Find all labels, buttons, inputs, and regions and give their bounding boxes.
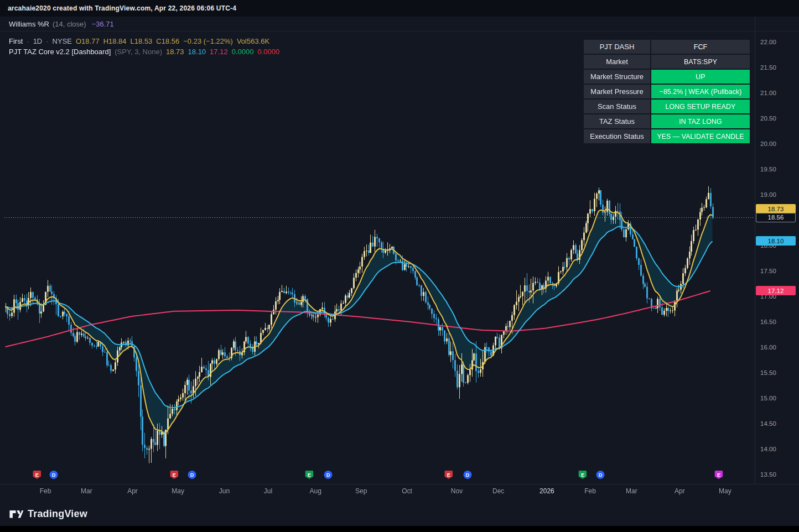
ohlc-high: H18.84 bbox=[103, 37, 127, 45]
williams-r-params: (14, close) bbox=[53, 20, 86, 28]
symbol-title[interactable]: First bbox=[9, 37, 23, 45]
time-axis-label: Feb bbox=[584, 487, 596, 495]
time-axis-label: Dec bbox=[492, 487, 504, 495]
ohlc-open: O18.77 bbox=[76, 37, 100, 45]
dash-taz-value: IN TAZ LONG bbox=[651, 114, 750, 129]
dash-row-market-structure: Market Structure UP bbox=[583, 69, 750, 84]
dash-row-header: PJT DASH FCF bbox=[583, 39, 750, 54]
dash-execution-value: YES — VALIDATE CANDLE bbox=[651, 129, 750, 144]
dividend-badge[interactable]: D bbox=[50, 471, 58, 479]
dash-structure-label: Market Structure bbox=[583, 69, 651, 84]
time-axis-label: Oct bbox=[402, 487, 412, 495]
time-axis-label: Apr bbox=[127, 487, 138, 495]
time-axis-label: Nov bbox=[451, 487, 463, 495]
attribution-text: arcahaie2020 created with TradingView.co… bbox=[8, 4, 236, 12]
dash-pressure-label: Market Pressure bbox=[583, 84, 651, 99]
ohlc-low: L18.53 bbox=[131, 37, 153, 45]
time-axis-label: Feb bbox=[40, 487, 51, 495]
dash-row-execution-status: Execution Status YES — VALIDATE CANDLE bbox=[583, 129, 750, 144]
dash-structure-value: UP bbox=[651, 69, 750, 84]
dash-row-taz-status: TAZ Status IN TAZ LONG bbox=[583, 114, 750, 129]
time-axis-label: May bbox=[172, 487, 184, 495]
indicator-params: (SPY, 3, None) bbox=[115, 48, 162, 56]
tradingview-chart-screenshot: arcahaie2020 created with TradingView.co… bbox=[0, 0, 799, 532]
time-axis-label: 2026 bbox=[539, 487, 554, 495]
indicator-value-mid: 18.10 bbox=[188, 48, 206, 56]
indicator-title[interactable]: PJT TAZ Core v2.2 [Dashboard] bbox=[9, 48, 111, 56]
dash-row-market-pressure: Market Pressure −85.2% | WEAK (Pullback) bbox=[583, 84, 750, 99]
time-axis-label: Jun bbox=[219, 487, 230, 495]
dash-row-scan-status: Scan Status LONG SETUP READY bbox=[583, 99, 750, 114]
separator-dot: · bbox=[27, 37, 29, 45]
dash-pressure-value: −85.2% | WEAK (Pullback) bbox=[651, 84, 750, 99]
exchange-label: NYSE bbox=[53, 37, 72, 45]
williams-r-value: −36.71 bbox=[92, 20, 114, 28]
indicator-value-4: 0.0000 bbox=[232, 48, 254, 56]
tradingview-brand[interactable]: TradingView bbox=[9, 507, 87, 521]
dash-header-value: FCF bbox=[651, 39, 750, 54]
indicator-value-slow: 17.12 bbox=[210, 48, 228, 56]
time-axis-label: Apr bbox=[675, 487, 685, 495]
change-value: −0.23 (−1.22%) bbox=[183, 37, 233, 45]
dash-scan-value: LONG SETUP READY bbox=[651, 99, 750, 114]
time-axis-divider bbox=[0, 484, 799, 484]
indicator-value-fast: 18.73 bbox=[166, 48, 184, 56]
indicator-value-5: 0.0000 bbox=[257, 48, 279, 56]
time-axis-label: Jul bbox=[264, 487, 272, 495]
dash-market-value: BATS:SPY bbox=[651, 54, 750, 69]
separator-dot: · bbox=[46, 37, 48, 45]
dividend-badge[interactable]: D bbox=[463, 471, 471, 479]
time-axis-label: Mar bbox=[626, 487, 637, 495]
chart-legend: First · 1D · NYSE O18.77 H18.84 L18.53 C… bbox=[9, 37, 279, 57]
time-axis-label: Sep bbox=[355, 487, 367, 495]
dividend-badge[interactable]: D bbox=[596, 471, 605, 479]
dash-market-label: Market bbox=[583, 54, 651, 69]
dash-header-label: PJT DASH bbox=[583, 39, 651, 54]
time-axis-label: May bbox=[719, 487, 731, 495]
interval-label[interactable]: 1D bbox=[33, 37, 43, 45]
dash-scan-label: Scan Status bbox=[583, 99, 651, 114]
price-label-chip: 17.12 bbox=[756, 286, 796, 295]
price-label-chip: 18.73 bbox=[756, 204, 796, 213]
time-axis-label: Aug bbox=[310, 487, 321, 495]
price-label-chip: 18.10 bbox=[756, 236, 796, 246]
dividend-badge[interactable]: D bbox=[188, 471, 196, 479]
price-axis-divider bbox=[755, 17, 755, 484]
price-label-chip: 18.56 bbox=[756, 213, 796, 222]
williams-r-title[interactable]: Williams %R bbox=[9, 20, 49, 28]
attribution-bar: arcahaie2020 created with TradingView.co… bbox=[0, 0, 799, 17]
tradingview-logo-icon bbox=[9, 507, 23, 521]
time-axis-label: Mar bbox=[81, 487, 92, 495]
williams-r-pane-legend: Williams %R (14, close) −36.71 bbox=[0, 17, 799, 32]
symbol-legend-row: First · 1D · NYSE O18.77 H18.84 L18.53 C… bbox=[9, 37, 279, 46]
dash-taz-label: TAZ Status bbox=[583, 114, 651, 129]
ohlc-close: C18.56 bbox=[156, 37, 179, 45]
bottom-black-strip bbox=[0, 526, 799, 532]
indicator-legend-row: PJT TAZ Core v2.2 [Dashboard] (SPY, 3, N… bbox=[9, 48, 279, 57]
dividend-badge[interactable]: D bbox=[324, 471, 333, 479]
dash-row-market: Market BATS:SPY bbox=[583, 54, 750, 69]
volume-value: Vol563.6K bbox=[237, 37, 269, 45]
pjt-dashboard-table: PJT DASH FCF Market BATS:SPY Market Stru… bbox=[583, 39, 750, 144]
tradingview-wordmark: TradingView bbox=[28, 508, 87, 520]
dash-execution-label: Execution Status bbox=[583, 129, 651, 144]
